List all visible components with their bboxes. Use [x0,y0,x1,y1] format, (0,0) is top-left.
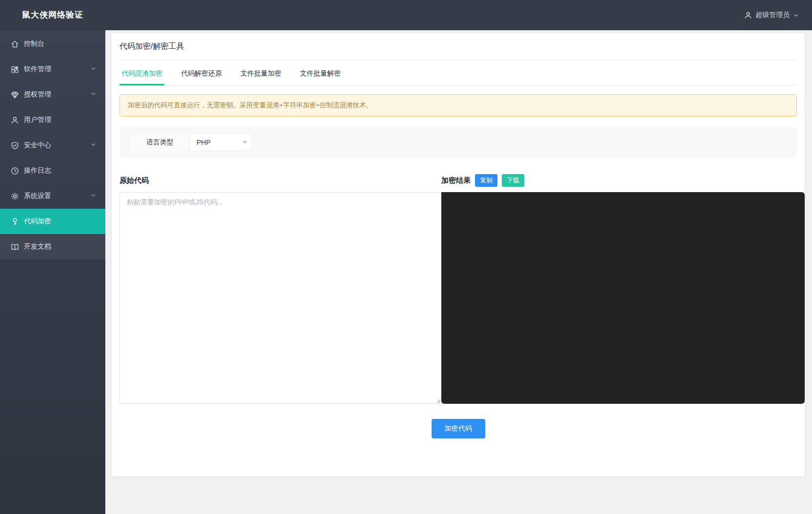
info-alert: 加密后的代码可直接运行，无需密钥。采用变量混淆+字符串加密+控制流混淆技术。 [119,94,797,117]
chevron-down-icon [90,91,97,99]
key-icon [11,217,19,226]
sidebar-item-label: 控制台 [24,40,97,48]
main-region: 超级管理员 代码加密/解密工具 代码混淆加密 代码解密还原 文件批量加密 文件批… [105,0,812,514]
sidebar: 鼠大侠网络验证 控制台 软件管理 授权管理 [0,0,105,514]
tool-card: 代码加密/解密工具 代码混淆加密 代码解密还原 文件批量加密 文件批量解密 加密… [112,33,805,476]
source-code-title: 原始代码 [119,176,149,185]
tab-bar: 代码混淆加密 代码解密还原 文件批量加密 文件批量解密 [119,60,797,86]
home-icon [11,40,19,48]
sidebar-item-label: 操作日志 [24,166,97,175]
user-icon [11,116,19,124]
sidebar-item-dashboard[interactable]: 控制台 [0,31,105,57]
chevron-down-icon [793,12,799,19]
sidebar-item-software[interactable]: 软件管理 [0,57,105,82]
sidebar-item-docs[interactable]: 开发文档 [0,234,105,259]
chevron-down-icon [90,141,97,149]
chevron-down-icon [90,65,97,73]
sidebar-item-security[interactable]: 安全中心 [0,133,105,158]
page-title: 代码加密/解密工具 [119,33,797,60]
tab-obfuscate-encrypt[interactable]: 代码混淆加密 [119,62,164,85]
encrypt-button[interactable]: 加密代码 [432,419,485,438]
select-caret-icon [242,141,247,144]
tab-decrypt-restore[interactable]: 代码解密还原 [179,62,224,85]
sidebar-item-label: 系统设置 [24,192,90,200]
language-select[interactable]: PHP [189,133,253,151]
result-heading: 加密结果 复制 下载 [441,174,805,192]
language-selected-value: PHP [197,138,242,146]
sidebar-item-code-encrypt[interactable]: 代码加密 [0,209,105,234]
sidebar-item-license[interactable]: 授权管理 [0,82,105,107]
options-panel: 语言类型 PHP [119,126,797,158]
content-area: 代码加密/解密工具 代码混淆加密 代码解密还原 文件批量加密 文件批量解密 加密… [105,30,812,514]
sidebar-item-label: 开发文档 [24,242,97,251]
sidebar-item-label: 安全中心 [24,141,90,150]
sidebar-item-label: 授权管理 [24,90,90,99]
tab-batch-encrypt[interactable]: 文件批量加密 [238,62,283,85]
user-name: 超级管理员 [755,11,790,20]
gear-icon [11,192,19,200]
source-code-input[interactable] [119,192,441,404]
encrypted-result-output[interactable] [441,192,805,404]
sidebar-item-label: 软件管理 [24,65,90,74]
sidebar-item-label: 用户管理 [24,116,97,124]
book-icon [11,243,19,251]
sidebar-nav: 控制台 软件管理 授权管理 用户管理 [0,30,105,259]
shield-check-icon [11,141,19,150]
tab-batch-decrypt[interactable]: 文件批量解密 [298,62,343,85]
app-logo: 鼠大侠网络验证 [0,0,105,30]
topbar: 超级管理员 [105,0,812,30]
sidebar-item-label: 代码加密 [24,217,97,226]
sidebar-item-settings[interactable]: 系统设置 [0,183,105,209]
sidebar-item-users[interactable]: 用户管理 [0,107,105,133]
clock-icon [11,167,19,175]
download-button[interactable]: 下载 [502,174,524,187]
submit-row: 加密代码 [119,419,797,438]
chevron-down-icon [90,192,97,200]
encrypt-workspace: 原始代码 加密结果 复制 下载 [119,174,805,404]
source-code-heading: 原始代码 [119,174,441,192]
sidebar-item-logs[interactable]: 操作日志 [0,158,105,183]
copy-button[interactable]: 复制 [475,174,497,187]
result-title: 加密结果 [441,176,471,185]
user-menu[interactable]: 超级管理员 [744,11,799,20]
language-label: 语言类型 [131,133,189,151]
gem-icon [11,91,19,99]
grid-icon [11,65,19,74]
person-icon [744,11,752,19]
